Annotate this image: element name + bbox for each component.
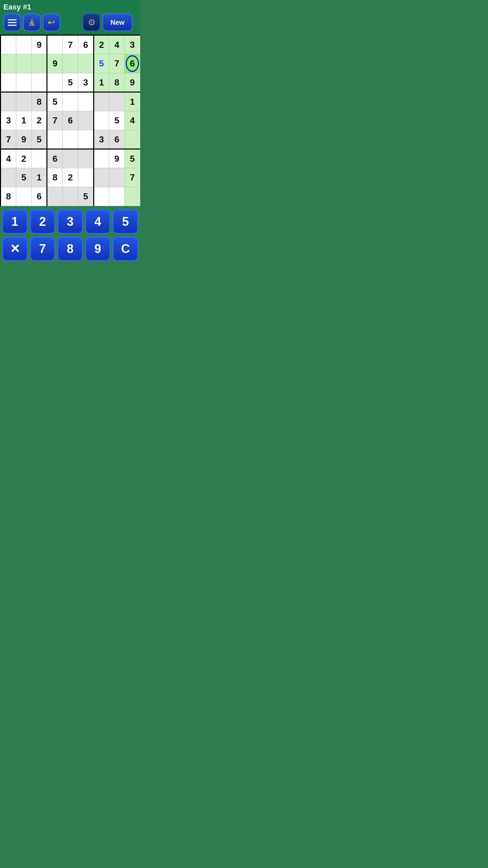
numpad-button-7[interactable]: 7 (30, 237, 56, 261)
table-row[interactable]: 2 (63, 168, 78, 187)
table-row[interactable]: 5 (16, 168, 32, 187)
table-row[interactable] (109, 168, 125, 187)
table-row[interactable]: 8 (47, 168, 63, 187)
table-row[interactable]: 4 (109, 35, 125, 54)
table-row[interactable] (63, 92, 78, 111)
table-row[interactable] (32, 149, 47, 168)
table-row[interactable] (78, 130, 94, 149)
table-row[interactable]: 3 (125, 35, 140, 54)
numpad-button-5[interactable]: 5 (113, 210, 138, 234)
numpad-row-2: ✕789C (2, 237, 138, 261)
table-row[interactable]: 6 (63, 111, 78, 130)
medal-button[interactable]: 🎖️ 1st (23, 14, 41, 31)
undo-button[interactable]: ↩ (43, 14, 60, 31)
table-row[interactable] (94, 187, 109, 206)
table-row[interactable]: 5 (94, 54, 109, 73)
table-row[interactable] (78, 168, 94, 187)
table-row[interactable] (47, 73, 63, 92)
table-row[interactable] (63, 130, 78, 149)
table-row[interactable] (1, 73, 16, 92)
table-row[interactable]: 8 (109, 73, 125, 92)
table-row[interactable]: 4 (1, 149, 16, 168)
table-row[interactable]: 3 (78, 73, 94, 92)
numpad-button-4[interactable]: 4 (85, 210, 111, 234)
table-row[interactable]: 5 (109, 111, 125, 130)
table-row[interactable]: 7 (125, 168, 140, 187)
table-row[interactable]: 2 (32, 111, 47, 130)
table-row[interactable]: 8 (1, 187, 16, 206)
table-row[interactable]: 6 (47, 149, 63, 168)
table-row[interactable]: 3 (94, 130, 109, 149)
table-row[interactable]: 5 (78, 187, 94, 206)
undo-icon: ↩ (48, 17, 55, 28)
table-row[interactable] (109, 92, 125, 111)
table-row[interactable]: 4 (125, 111, 140, 130)
settings-button[interactable]: ⚙ (83, 14, 100, 31)
table-row[interactable] (63, 187, 78, 206)
numpad-button-2[interactable]: 2 (30, 210, 56, 234)
table-row[interactable] (32, 54, 47, 73)
table-row[interactable] (125, 187, 140, 206)
header-buttons: 🎖️ 1st ↩ ⚙ New (3, 14, 137, 31)
table-row[interactable] (94, 168, 109, 187)
table-row[interactable] (63, 149, 78, 168)
table-row[interactable] (78, 92, 94, 111)
table-row[interactable] (78, 54, 94, 73)
table-row[interactable] (32, 73, 47, 92)
table-row[interactable] (94, 149, 109, 168)
table-row[interactable] (16, 92, 32, 111)
numpad-button-8[interactable]: 8 (57, 237, 83, 261)
new-game-button[interactable]: New (102, 14, 133, 31)
table-row[interactable]: 1 (16, 111, 32, 130)
table-row[interactable] (47, 187, 63, 206)
table-row[interactable]: 2 (94, 35, 109, 54)
table-row[interactable] (94, 111, 109, 130)
table-row[interactable] (78, 149, 94, 168)
numpad-button-3[interactable]: 3 (57, 210, 83, 234)
numpad-button-C[interactable]: C (113, 237, 138, 261)
numpad-button-9[interactable]: 9 (85, 237, 111, 261)
table-row[interactable]: 6 (125, 54, 140, 73)
table-row[interactable]: 7 (1, 130, 16, 149)
table-row[interactable]: 9 (125, 73, 140, 92)
table-row[interactable]: 1 (94, 73, 109, 92)
table-row[interactable] (16, 187, 32, 206)
table-row[interactable]: 6 (32, 187, 47, 206)
table-row[interactable] (78, 111, 94, 130)
table-row[interactable] (1, 168, 16, 187)
table-row[interactable]: 9 (109, 149, 125, 168)
table-row[interactable]: 7 (47, 111, 63, 130)
table-row[interactable]: 8 (32, 92, 47, 111)
table-row[interactable] (109, 187, 125, 206)
table-row[interactable]: 1 (32, 168, 47, 187)
table-row[interactable]: 7 (109, 54, 125, 73)
table-row[interactable]: 5 (47, 92, 63, 111)
table-row[interactable]: 5 (125, 149, 140, 168)
numpad-button-✕[interactable]: ✕ (2, 237, 28, 261)
table-row[interactable] (47, 35, 63, 54)
table-row[interactable]: 7 (63, 35, 78, 54)
table-row[interactable] (94, 92, 109, 111)
table-row[interactable] (1, 35, 16, 54)
table-row[interactable]: 3 (1, 111, 16, 130)
table-row[interactable] (16, 73, 32, 92)
table-row[interactable]: 5 (32, 130, 47, 149)
table-row[interactable] (1, 54, 16, 73)
table-row[interactable]: 9 (47, 54, 63, 73)
table-row[interactable]: 6 (78, 35, 94, 54)
table-row[interactable] (125, 130, 140, 149)
table-row[interactable]: 1 (125, 92, 140, 111)
table-row[interactable] (1, 92, 16, 111)
table-row[interactable]: 9 (32, 35, 47, 54)
numpad-button-1[interactable]: 1 (2, 210, 28, 234)
table-row[interactable] (16, 54, 32, 73)
table-row[interactable] (47, 130, 63, 149)
number-pad: 12345 ✕789C (0, 206, 140, 267)
table-row[interactable]: 5 (63, 73, 78, 92)
table-row[interactable] (63, 54, 78, 73)
table-row[interactable]: 6 (109, 130, 125, 149)
table-row[interactable]: 2 (16, 149, 32, 168)
table-row[interactable] (16, 35, 32, 54)
table-row[interactable]: 9 (16, 130, 32, 149)
menu-button[interactable] (3, 14, 21, 31)
